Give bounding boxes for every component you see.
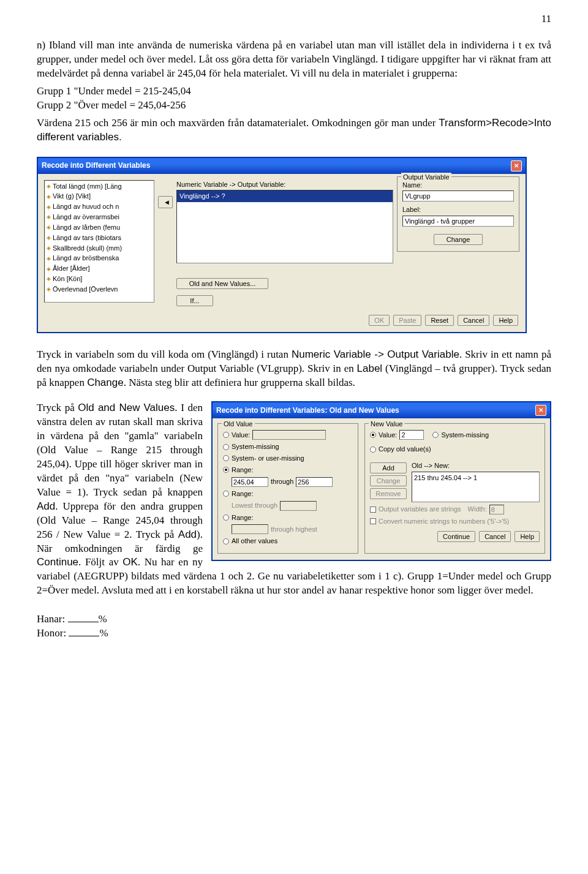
var-icon: ◈: [47, 203, 51, 211]
remove-button[interactable]: Remove: [370, 488, 407, 499]
cancel-button[interactable]: Cancel: [458, 315, 489, 326]
radio-sysmiss[interactable]: [223, 444, 229, 450]
para-intro: n) Ibland vill man inte använda de numer…: [37, 39, 551, 81]
lbl: Range:: [232, 489, 253, 499]
cancel-button-2[interactable]: Cancel: [479, 531, 511, 542]
change-map-button[interactable]: Change: [370, 475, 407, 486]
radio-range-high[interactable]: [223, 514, 229, 521]
width-input[interactable]: [489, 505, 504, 514]
dialog-title: Recode into Different Variables: [42, 160, 150, 170]
var-icon: ◈: [47, 193, 51, 200]
var-icon: ◈: [47, 244, 51, 252]
chk-out-str[interactable]: [370, 507, 376, 513]
para-2a: Värdena 215 och 256 är min och maxvärden…: [37, 117, 439, 129]
blank-honor: [69, 636, 99, 636]
output-map-list[interactable]: Vinglängd --> ?: [176, 190, 393, 263]
paste-button[interactable]: Paste: [393, 315, 421, 326]
var-icon: ◈: [47, 224, 51, 231]
var-item: Skallbredd (skull) (mm): [53, 244, 122, 253]
output-map-item: Vinglängd --> ?: [177, 190, 393, 202]
output-legend: Output Variable: [401, 173, 451, 182]
change-button[interactable]: Change: [434, 234, 483, 245]
t: OK: [123, 556, 138, 568]
var-icon: ◈: [47, 213, 51, 220]
new-value-group: New Value Value: System-missing Copy old…: [364, 423, 545, 554]
lbl: System- or user-missing: [232, 454, 304, 463]
t: Add: [37, 500, 55, 512]
new-value-input[interactable]: [399, 430, 424, 440]
blank-hanar: [68, 622, 99, 622]
variable-listbox[interactable]: ◈Total längd (mm) [Läng ◈Vikt (g) [Vikt]…: [44, 180, 154, 303]
through-high: through highest: [271, 525, 317, 534]
lbl: System-missing: [441, 431, 489, 440]
lbl: Range:: [232, 465, 253, 475]
oldnew-item: 215 thru 245.04 --> 1: [414, 473, 537, 483]
name-input[interactable]: [402, 190, 514, 202]
add-button[interactable]: Add: [370, 462, 407, 473]
close-icon[interactable]: ✕: [511, 160, 522, 171]
titlebar-2: Recode into Different Variables: Old and…: [213, 402, 550, 418]
through-high-input[interactable]: [232, 524, 268, 534]
radio-value[interactable]: [223, 432, 229, 438]
low-through-input[interactable]: [280, 501, 317, 511]
old-new-values-dialog: Recode into Different Variables: Old and…: [211, 401, 551, 561]
radio-range-low[interactable]: [223, 491, 229, 497]
var-icon: ◈: [47, 265, 51, 273]
output-variable-group: Output Variable Name: Label: Change: [397, 176, 519, 252]
t: Numeric Variable -> Output Variable: [292, 348, 459, 360]
var-icon: ◈: [47, 285, 51, 293]
reset-button[interactable]: Reset: [425, 315, 454, 326]
ok-button[interactable]: OK: [369, 315, 390, 326]
old-new-values-button[interactable]: Old and New Values...: [176, 278, 268, 289]
group-def-2: Grupp 2 "Över medel = 245,04-256: [37, 99, 551, 113]
hanar-line: Hanar: %: [37, 612, 551, 627]
range-to-input[interactable]: [296, 477, 333, 487]
through-label: through: [271, 477, 293, 486]
oldnew-list[interactable]: 215 thru 245.04 --> 1: [412, 472, 540, 502]
chk-convert[interactable]: [370, 518, 376, 524]
t: Change: [87, 377, 124, 388]
lbl: Convert numeric strings to numbers ('5'-…: [379, 517, 509, 526]
radio-new-sysmiss[interactable]: [432, 432, 439, 438]
old-value-legend: Old Value: [222, 420, 255, 429]
help-button-2[interactable]: Help: [514, 531, 540, 542]
var-item: Längd av lårben (femu: [53, 223, 120, 232]
lbl: Copy old value(s): [379, 445, 431, 454]
lbl: Range:: [232, 513, 253, 522]
radio-sysuser[interactable]: [223, 455, 229, 461]
name-label: Name:: [402, 181, 514, 190]
t: Tryck på: [37, 402, 78, 413]
var-item: Överlevnad [Överlevn: [53, 285, 118, 294]
range-from-input[interactable]: [232, 477, 268, 487]
var-icon: ◈: [47, 255, 51, 262]
para-transform: Värdena 215 och 256 är min och maxvärden…: [37, 116, 551, 145]
var-item: Längd av överarmsbei: [53, 213, 119, 222]
var-item: Längd av tars (tibiotars: [53, 233, 121, 243]
label-label: Label:: [402, 205, 514, 214]
radio-copy[interactable]: [370, 446, 376, 453]
titlebar: Recode into Different Variables ✕: [38, 158, 526, 174]
continue-button[interactable]: Continue: [437, 531, 475, 542]
var-icon: ◈: [47, 234, 51, 241]
var-item: Ålder [Ålder]: [53, 264, 90, 273]
var-item: Total längd (mm) [Läng: [53, 182, 122, 191]
t: Continue: [37, 556, 78, 568]
if-button[interactable]: If...: [176, 295, 213, 306]
output-label: Numeric Variable -> Output Variable:: [176, 180, 393, 189]
t: . Nästa steg blir att definiera hur grup…: [124, 377, 355, 388]
var-item: Kön [Kön]: [53, 274, 82, 284]
lbl: Value:: [232, 431, 250, 440]
help-button[interactable]: Help: [493, 315, 518, 326]
radio-all-other[interactable]: [223, 538, 229, 544]
radio-new-value[interactable]: [370, 432, 376, 438]
group-def-1: Grupp 1 "Under medel = 215-245,04: [37, 85, 551, 99]
honor-line: Honor: %: [37, 627, 551, 641]
para-instructions: Tryck in variabeln som du vill koda om (…: [37, 348, 551, 390]
oldnew-label: Old --> New:: [412, 461, 540, 470]
label-input[interactable]: [402, 216, 514, 227]
old-value-input[interactable]: [252, 430, 326, 440]
close-icon[interactable]: ✕: [535, 405, 546, 416]
radio-range[interactable]: [223, 467, 229, 473]
move-left-button[interactable]: ◄: [158, 196, 173, 208]
width-label: Width:: [468, 505, 487, 514]
